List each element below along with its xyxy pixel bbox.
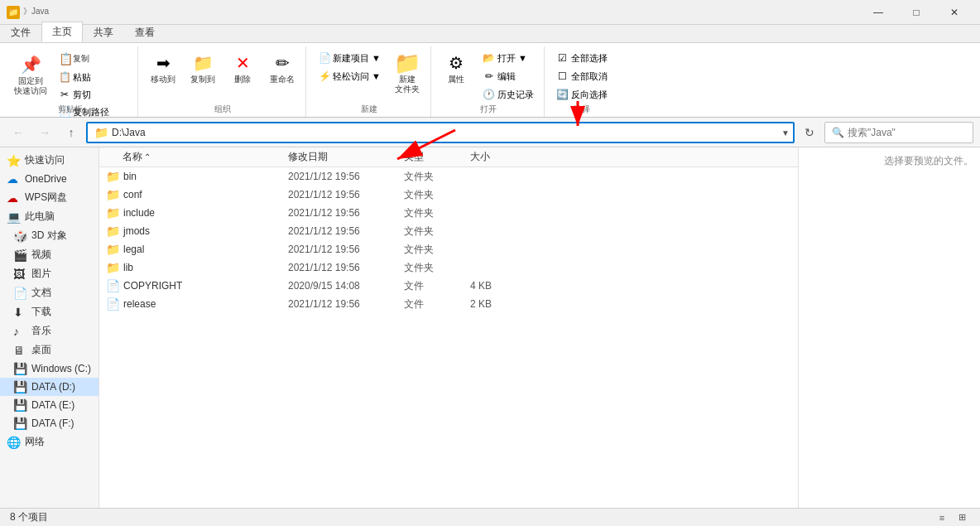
d-drive-icon: 💾 — [13, 380, 26, 393]
status-view-controls: ≡ ⊞ — [934, 509, 970, 526]
title-bar: 📁 》Java — □ ✕ — [0, 0, 980, 25]
easy-access-icon: ⚡ — [318, 70, 331, 83]
video-icon: 🎬 — [13, 249, 26, 262]
sidebar-item-quick-access[interactable]: ⭐ 快速访问 — [0, 151, 98, 170]
rename-button[interactable]: ✏ 重命名 — [266, 50, 299, 86]
col-header-date[interactable]: 修改日期 — [288, 150, 404, 164]
tab-home[interactable]: 主页 — [41, 22, 83, 42]
ribbon-group-organize: ➡ 移动到 📁 复制到 ✕ 删除 ✏ 重命名 组织 — [140, 46, 306, 117]
documents-icon: 📄 — [13, 287, 26, 300]
pin-button[interactable]: 📌 固定到快速访问 — [10, 50, 51, 99]
sidebar-item-3d[interactable]: 🎲 3D 对象 — [0, 226, 98, 245]
sidebar-item-downloads[interactable]: ⬇ 下载 — [0, 302, 98, 321]
sidebar-item-c-drive[interactable]: 💾 Windows (C:) — [0, 360, 98, 378]
file-row-copyright[interactable]: 📄 COPYRIGHT 2020/9/15 14:08 文件 4 KB — [99, 277, 798, 295]
address-bar[interactable]: 📁 D:\Java ▼ — [86, 122, 795, 143]
sidebar-item-music[interactable]: ♪ 音乐 — [0, 321, 98, 340]
easy-access-button[interactable]: ⚡ 轻松访问 ▼ — [315, 68, 384, 84]
move-to-icon: ➡ — [151, 51, 175, 75]
cut-button[interactable]: ✂ 剪切 — [55, 86, 131, 103]
f-drive-icon: 💾 — [13, 417, 26, 430]
col-header-size[interactable]: 大小 — [470, 150, 536, 164]
copy-button[interactable]: 📋 复制 — [55, 50, 131, 68]
rename-icon: ✏ — [271, 51, 294, 75]
list-view-button[interactable]: ≡ — [934, 509, 950, 526]
delete-icon: ✕ — [231, 51, 254, 75]
copy-icon: 📋 — [58, 51, 73, 66]
edit-icon: ✏ — [483, 70, 496, 83]
file-row-bin[interactable]: 📁 bin 2021/1/12 19:56 文件夹 — [99, 167, 798, 186]
tab-file[interactable]: 文件 — [0, 22, 41, 42]
move-to-button[interactable]: ➡ 移动到 — [147, 50, 180, 86]
sidebar-item-wps[interactable]: ☁ WPS网盘 — [0, 188, 98, 207]
open-label: 打开 — [480, 104, 497, 115]
ribbon-group-new: 📄 新建项目 ▼ ⚡ 轻松访问 ▼ 📁 新建文件夹 新建 — [308, 46, 431, 117]
sidebar-item-f-drive[interactable]: 💾 DATA (F:) — [0, 414, 98, 432]
this-pc-icon: 💻 — [7, 210, 20, 224]
search-input[interactable] — [848, 127, 972, 138]
col-header-name[interactable]: 名称 ⌃ — [106, 150, 288, 164]
status-item-count: 8 个项目 — [10, 510, 48, 524]
sidebar-item-documents[interactable]: 📄 文档 — [0, 283, 98, 302]
sidebar-item-desktop[interactable]: 🖥 桌面 — [0, 340, 98, 360]
file-row-release[interactable]: 📄 release 2021/1/12 19:56 文件 2 KB — [99, 295, 798, 313]
new-folder-button[interactable]: 📁 新建文件夹 — [391, 50, 424, 96]
pictures-icon: 🖼 — [13, 268, 26, 281]
up-button[interactable]: ↑ — [60, 121, 83, 144]
title-bar-controls[interactable]: — □ ✕ — [859, 0, 973, 25]
properties-button[interactable]: ⚙ 属性 — [440, 50, 473, 86]
tab-share[interactable]: 共享 — [83, 22, 124, 42]
wps-icon: ☁ — [7, 191, 20, 205]
sidebar-item-d-drive[interactable]: 💾 DATA (D:) — [0, 378, 98, 396]
3d-icon: 🎲 — [13, 229, 26, 243]
file-row-lib[interactable]: 📁 lib 2021/1/12 19:56 文件夹 — [99, 258, 798, 277]
onedrive-icon: ☁ — [7, 172, 20, 186]
sidebar-item-pictures[interactable]: 🖼 图片 — [0, 264, 98, 283]
new-label: 新建 — [361, 104, 377, 115]
new-folder-icon: 📁 — [396, 51, 419, 75]
minimize-button[interactable]: — — [859, 0, 897, 25]
desktop-icon: 🖥 — [13, 344, 26, 357]
new-item-button[interactable]: 📄 新建项目 ▼ — [315, 50, 384, 66]
refresh-button[interactable]: ↻ — [798, 121, 821, 144]
maximize-button[interactable]: □ — [897, 0, 935, 25]
delete-button[interactable]: ✕ 删除 — [226, 50, 259, 86]
path-folder-icon: 📁 — [94, 126, 108, 139]
col-header-type[interactable]: 类型 — [404, 150, 470, 164]
e-drive-icon: 💾 — [13, 398, 26, 412]
network-icon: 🌐 — [7, 436, 20, 449]
copy-to-button[interactable]: 📁 复制到 — [186, 50, 219, 86]
cut-icon: ✂ — [58, 88, 71, 101]
sidebar-item-video[interactable]: 🎬 视频 — [0, 245, 98, 264]
title-bar-icons: 📁 》Java — [7, 6, 49, 19]
deselect-all-button[interactable]: ☐ 全部取消 — [553, 68, 611, 84]
music-icon: ♪ — [13, 325, 26, 338]
search-box[interactable]: 🔍 — [824, 122, 973, 143]
path-dropdown[interactable]: ▼ — [781, 127, 790, 138]
file-row-conf[interactable]: 📁 conf 2021/1/12 19:56 文件夹 — [99, 186, 798, 204]
edit-button[interactable]: ✏ 编辑 — [479, 68, 537, 84]
grid-view-button[interactable]: ⊞ — [954, 509, 970, 526]
sidebar-item-network[interactable]: 🌐 网络 — [0, 432, 98, 451]
red-arrow-annotation — [528, 97, 627, 130]
file-icon: 📄 — [106, 297, 120, 311]
sidebar-item-onedrive[interactable]: ☁ OneDrive — [0, 170, 98, 188]
file-row-legal[interactable]: 📁 legal 2021/1/12 19:56 文件夹 — [99, 240, 798, 258]
file-area: 名称 ⌃ 修改日期 类型 大小 📁 bin 2021/1/12 19:56 文件… — [99, 147, 798, 508]
quick-access-icon: ⭐ — [7, 154, 20, 167]
select-all-button[interactable]: ☑ 全部选择 — [553, 50, 611, 66]
file-row-jmods[interactable]: 📁 jmods 2021/1/12 19:56 文件夹 — [99, 222, 798, 240]
folder-icon: 📁 — [106, 224, 120, 238]
forward-button[interactable]: → — [33, 121, 56, 144]
paste-button[interactable]: 📋 粘贴 — [55, 69, 131, 85]
clipboard-label: 剪贴板 — [58, 104, 83, 115]
tab-view[interactable]: 查看 — [124, 22, 166, 42]
sidebar-item-e-drive[interactable]: 💾 DATA (E:) — [0, 396, 98, 414]
folder-icon: 📁 — [106, 261, 120, 274]
file-row-include[interactable]: 📁 include 2021/1/12 19:56 文件夹 — [99, 204, 798, 222]
sidebar-item-this-pc[interactable]: 💻 此电脑 — [0, 207, 98, 226]
open-button[interactable]: 📂 打开 ▼ — [479, 50, 537, 66]
ribbon-group-clipboard: 📌 固定到快速访问 📋 复制 📋 粘贴 ✂ 剪切 📄 复制路径 — [3, 46, 138, 117]
back-button[interactable]: ← — [7, 121, 30, 144]
close-button[interactable]: ✕ — [935, 0, 973, 25]
